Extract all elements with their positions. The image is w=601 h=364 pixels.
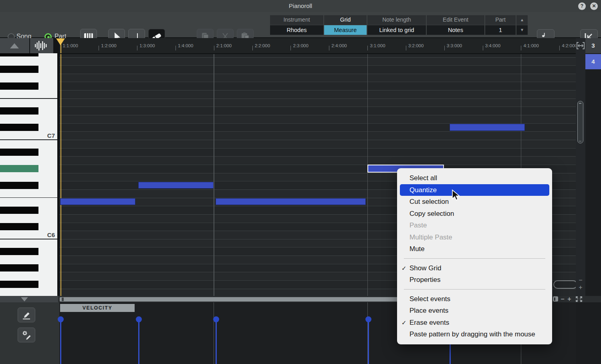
piano-key-d6[interactable]	[0, 214, 57, 223]
pencil-icon	[21, 310, 32, 320]
ruler-label: 3:1:000	[370, 43, 385, 48]
piano-key-g5[interactable]	[0, 272, 57, 280]
horizontal-zoom-in-button[interactable]: +	[567, 296, 572, 302]
menu-item-quantize[interactable]: Quantize	[400, 184, 549, 196]
horizontal-zoom-out-button[interactable]: −	[560, 296, 565, 302]
menu-item-paste-pattern-by-dragging-with-the-mouse[interactable]: Paste pattern by dragging with the mouse	[397, 328, 552, 340]
timeline-view-icon[interactable]	[553, 296, 558, 302]
menu-item-multiple-paste[interactable]: Multiple Paste	[397, 231, 552, 243]
piano-key-black-c-7[interactable]	[0, 124, 38, 131]
piano-key-a5[interactable]	[0, 255, 57, 264]
piano-key-f6[interactable]	[0, 189, 57, 198]
menu-item-mute[interactable]: Mute	[397, 243, 552, 255]
piano-key-e7[interactable]	[0, 99, 57, 107]
piano-key-black-a-6[interactable]	[0, 149, 38, 156]
piano-keyboard[interactable]: C7C6	[0, 53, 57, 296]
white-key-divider	[0, 197, 57, 198]
menu-item-paste[interactable]: Paste	[397, 219, 552, 231]
piano-key-g6[interactable]	[0, 173, 57, 181]
vertical-scrollbar-thumb[interactable]	[577, 101, 583, 143]
param-value-edit-event[interactable]: Notes	[427, 25, 484, 35]
ruler-label: 1:3:000	[139, 43, 155, 48]
piano-key-black-f-7[interactable]	[0, 82, 38, 90]
piano-key-black-f-5[interactable]	[0, 281, 38, 288]
param-value-part[interactable]: 1	[485, 25, 516, 35]
piano-key-f7[interactable]	[0, 90, 57, 99]
window-title: Pianoroll	[0, 0, 601, 12]
piano-key-a7[interactable]	[0, 57, 57, 66]
piano-key-black-a-5[interactable]	[0, 248, 38, 255]
velocity-node[interactable]	[213, 316, 219, 322]
midi-note[interactable]	[60, 198, 135, 205]
velocity-draw-button[interactable]	[18, 308, 35, 322]
param-header-part: Part	[485, 15, 516, 25]
collapse-down-button[interactable]	[0, 296, 58, 302]
vertical-zoom-out-button[interactable]: −	[576, 277, 585, 284]
part-spinner-up[interactable]: ▲	[516, 15, 528, 25]
playhead-line[interactable]	[61, 54, 61, 296]
piano-key-black-g-5[interactable]	[0, 264, 38, 271]
piano-key-b5[interactable]	[0, 239, 57, 247]
menu-item-show-grid[interactable]: ✓Show Grid	[397, 262, 552, 274]
piano-key-black-c-6[interactable]	[0, 223, 38, 230]
menu-separator	[404, 289, 545, 290]
velocity-node[interactable]	[365, 316, 371, 322]
audition-waveform-button[interactable]	[30, 38, 53, 53]
part-spinner-down[interactable]: ▼	[516, 25, 528, 35]
vertical-scrollbar[interactable]: − +	[576, 38, 585, 296]
midi-note[interactable]	[216, 198, 366, 205]
pianoroll-window: Pianoroll ? ✕ Song Part	[0, 0, 601, 364]
param-value-grid[interactable]: Measure	[324, 25, 367, 35]
param-value-instrument[interactable]: Rhodes	[270, 25, 323, 35]
octave-label: C6	[0, 231, 55, 238]
vertical-zoom-in-button[interactable]: +	[576, 284, 585, 291]
param-value-note-length[interactable]: Linked to grid	[367, 25, 426, 35]
piano-key-black-a-7[interactable]	[0, 53, 38, 56]
menu-item-select-events[interactable]: Select events	[397, 293, 552, 305]
horizontal-scrollbar-handle[interactable]	[62, 298, 64, 301]
ruler-tick	[99, 46, 99, 50]
velocity-transform-button[interactable]	[18, 328, 35, 342]
help-icon[interactable]: ?	[578, 2, 586, 10]
param-header-grid: Grid	[324, 15, 367, 25]
zoom-slider[interactable]	[553, 280, 576, 289]
midi-note[interactable]	[138, 182, 214, 189]
collapse-up-button[interactable]	[0, 38, 29, 53]
piano-key-e6[interactable]	[0, 198, 57, 206]
velocity-header[interactable]: VELOCITY	[60, 304, 135, 312]
menu-item-cut-selection[interactable]: Cut selection	[397, 196, 552, 208]
velocity-stem[interactable]	[60, 319, 61, 364]
menu-item-select-all[interactable]: Select all	[397, 172, 552, 184]
velocity-stem[interactable]	[138, 319, 139, 364]
fit-width-icon[interactable]	[576, 42, 585, 50]
checkmark-icon: ✓	[401, 262, 407, 274]
part-tab-4[interactable]: 4	[585, 54, 601, 69]
velocity-stem[interactable]	[368, 319, 369, 364]
ruler-label: 1:4:000	[178, 43, 193, 48]
velocity-stem[interactable]	[216, 319, 217, 364]
menu-item-place-events[interactable]: Place events	[397, 305, 552, 317]
part-tab-3[interactable]: 3	[585, 38, 601, 53]
close-icon[interactable]: ✕	[590, 2, 598, 10]
fullscreen-icon[interactable]	[575, 296, 583, 302]
piano-key-black-d-6[interactable]	[0, 207, 38, 214]
menu-item-copy-selection[interactable]: Copy selection	[397, 208, 552, 220]
highlighted-piano-key-black-g-6[interactable]	[0, 165, 38, 172]
menu-item-properties[interactable]: Properties	[397, 274, 552, 286]
piano-key-d7[interactable]	[0, 115, 57, 123]
menu-item-erase-events[interactable]: ✓Erase events	[397, 317, 552, 329]
velocity-node[interactable]	[58, 316, 64, 322]
playhead-marker[interactable]	[56, 38, 65, 45]
piano-key-a6[interactable]	[0, 156, 57, 165]
piano-key-b6[interactable]	[0, 140, 57, 148]
timeline-ruler[interactable]: 1:1:0001:2:0001:3:0001:4:0002:1:0002:2:0…	[59, 38, 576, 54]
velocity-node[interactable]	[136, 316, 142, 322]
ruler-label: 3:4:000	[485, 43, 500, 48]
piano-key-g7[interactable]	[0, 74, 57, 82]
ruler-label: 1:1:000	[63, 43, 78, 48]
piano-key-black-d-7[interactable]	[0, 107, 38, 115]
midi-note[interactable]	[450, 124, 525, 131]
piano-key-black-g-7[interactable]	[0, 66, 38, 73]
piano-key-black-f-6[interactable]	[0, 182, 38, 189]
piano-key-f5[interactable]	[0, 289, 57, 296]
